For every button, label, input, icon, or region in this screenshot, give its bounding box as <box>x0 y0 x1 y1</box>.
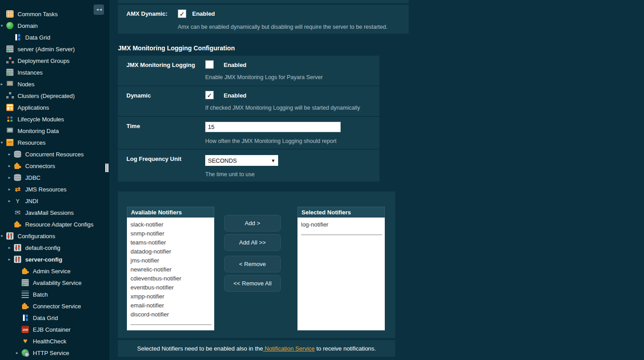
remove-button[interactable]: < Remove <box>224 256 281 272</box>
notifier-option-cdieventbus-notifier[interactable]: cdieventbus-notifier <box>127 274 214 283</box>
batch-icon <box>22 291 29 298</box>
collapse-arrow-icon[interactable]: ▼ <box>0 24 6 28</box>
sidebar-item-applications[interactable]: Applications <box>0 102 109 113</box>
sidebar-item-label: Lifecycle Modules <box>18 116 64 123</box>
sidebar-item-connectors[interactable]: ►Connectors <box>0 160 109 172</box>
sidebar-item-label: HealthCheck <box>33 338 66 345</box>
notifier-option-teams-notifier[interactable]: teams-notifier <box>127 238 214 247</box>
sidebar-item-concurrent-resources[interactable]: ►Concurrent Resources <box>0 148 109 160</box>
available-notifiers-title: Avaliable Notifiers <box>127 207 214 218</box>
add-all-button[interactable]: Add All >> <box>224 234 281 251</box>
footer-note-text-end: to receive notifications. <box>315 345 376 352</box>
sidebar-collapse-button[interactable]: ◄◄ <box>94 4 104 15</box>
sidebar-item-nodes[interactable]: ►Nodes <box>0 78 109 90</box>
sidebar-item-data-grid[interactable]: Data Grid <box>0 312 109 324</box>
config-icon <box>14 244 21 251</box>
expand-arrow-icon[interactable]: ► <box>0 82 6 86</box>
sidebar-item-label: server (Admin Server) <box>18 46 75 53</box>
sidebar-item-jms-resources[interactable]: ►⇄JMS Resources <box>0 183 109 195</box>
available-notifiers-list[interactable]: slack-notifiersnmp-notifierteams-notifie… <box>127 218 214 330</box>
sidebar-item-label: Instances <box>18 69 43 76</box>
applications-icon <box>6 104 14 111</box>
add-button[interactable]: Add > <box>224 215 281 231</box>
notifier-option-discord-notifier[interactable]: discord-notifier <box>127 310 214 319</box>
sidebar-item-healthcheck[interactable]: ♥HealthCheck <box>0 335 109 347</box>
navigation-sidebar: Common Tasks▼DomainData Gridserver (Admi… <box>0 0 109 360</box>
sidebar-scrollbar-thumb[interactable] <box>105 164 108 172</box>
jmx-monitoring-logging-checkbox[interactable] <box>205 60 214 69</box>
sidebar-item-label: Connectors <box>25 163 55 169</box>
expand-arrow-icon[interactable]: ► <box>15 351 21 355</box>
form-row-time: TimeHow often the JMX Monitoring Logging… <box>118 117 379 149</box>
sidebar-item-javamail-sessions[interactable]: ✉JavaMail Sessions <box>0 207 109 218</box>
notifier-option-jms-notifier[interactable]: jms-notifier <box>127 256 214 265</box>
sidebar-item-data-grid[interactable]: Data Grid <box>0 31 109 43</box>
collapse-arrow-icon[interactable]: ▼ <box>0 234 6 238</box>
sidebar-item-connector-service[interactable]: Connector Service <box>0 300 109 312</box>
notifier-option-email-notifier[interactable]: email-notifier <box>127 301 214 310</box>
sidebar-item-instances[interactable]: Instances <box>0 67 109 78</box>
sidebar-item-domain[interactable]: ▼Domain <box>0 20 109 31</box>
sidebar-item-label: JMS Resources <box>25 186 67 193</box>
lifecycle-modules-icon <box>6 116 14 123</box>
sidebar-item-batch[interactable]: Batch <box>0 289 109 300</box>
sidebar-item-server-config[interactable]: ►server-config <box>0 253 109 265</box>
sidebar-item-http-service[interactable]: ►HTTP Service <box>0 347 109 359</box>
remove-all-button[interactable]: << Remove All <box>224 275 281 292</box>
notifier-option-xmpp-notifier[interactable]: xmpp-notifier <box>127 292 214 301</box>
sidebar-item-resources[interactable]: ▼Resources <box>0 137 109 148</box>
sidebar-item-label: Availability Service <box>33 280 81 286</box>
expand-arrow-icon[interactable]: ► <box>8 199 14 203</box>
ejb-container-icon <box>22 326 29 333</box>
selected-notifiers-list[interactable]: log-notifier <box>297 218 385 330</box>
dropdown-arrow-icon: ▼ <box>271 158 275 163</box>
collapse-arrow-icon[interactable]: ▼ <box>0 141 6 145</box>
sidebar-item-server-admin-server[interactable]: server (Admin Server) <box>0 43 109 55</box>
expand-arrow-icon[interactable]: ► <box>8 246 14 250</box>
notification-service-link[interactable]: Notification Service <box>263 345 315 352</box>
expand-arrow-icon[interactable]: ► <box>8 176 14 180</box>
sidebar-item-label: default-config <box>25 244 60 251</box>
jms-resources-icon: ⇄ <box>14 186 21 193</box>
sidebar-item-default-config[interactable]: ►default-config <box>0 242 109 253</box>
log-frequency-unit-select[interactable]: SECONDS▼ <box>205 155 278 166</box>
expand-arrow-icon[interactable]: ► <box>8 164 14 168</box>
notifier-option-eventbus-notifier[interactable]: eventbus-notifier <box>127 283 214 292</box>
expand-arrow-icon[interactable]: ► <box>8 187 14 191</box>
notifier-option-snmp-notifier[interactable]: snmp-notifier <box>127 229 214 238</box>
field-description: The time unit to use <box>205 171 255 178</box>
sidebar-item-configurations[interactable]: ▼Configurations <box>0 230 109 242</box>
sidebar-item-jdbc[interactable]: ►JDBC <box>0 172 109 183</box>
time-input[interactable] <box>205 122 341 132</box>
amx-dynamic-description: Amx can be enabled dynamically but disab… <box>178 24 387 30</box>
sidebar-item-ejb-container[interactable]: EJB Container <box>0 324 109 335</box>
amx-dynamic-checkbox[interactable] <box>178 9 186 18</box>
sidebar-item-label: HTTP Service <box>33 350 69 356</box>
enabled-label: Enabled <box>224 62 247 68</box>
notifier-option-datadog-notifier[interactable]: datadog-notifier <box>127 247 214 256</box>
sidebar-item-label: Data Grid <box>33 315 58 321</box>
expand-arrow-icon[interactable]: ► <box>8 152 14 156</box>
sidebar-item-resource-adapter-configs[interactable]: Resource Adapter Configs <box>0 218 109 230</box>
expand-arrow-icon[interactable]: ► <box>8 258 14 262</box>
notifier-option-newrelic-notifier[interactable]: newrelic-notifier <box>127 265 214 274</box>
sidebar-item-lifecycle-modules[interactable]: Lifecycle Modules <box>0 113 109 125</box>
sidebar-item-label: Resource Adapter Configs <box>25 221 94 228</box>
configurations-icon <box>6 232 14 240</box>
sidebar-item-monitoring-data[interactable]: Monitoring Data <box>0 125 109 137</box>
notifier-option-log-notifier[interactable]: log-notifier <box>297 220 385 229</box>
sidebar-item-common-tasks[interactable]: Common Tasks <box>0 8 109 20</box>
sidebar-item-availability-service[interactable]: Availability Service <box>0 277 109 289</box>
notifier-option-slack-notifier[interactable]: slack-notifier <box>127 220 214 229</box>
sidebar-item-admin-service[interactable]: Admin Service <box>0 265 109 277</box>
form-row-jmx-monitoring-logging: JMX Monitoring LoggingEnabledEnable JMX … <box>118 56 379 85</box>
server-icon <box>6 45 14 53</box>
field-label: Dynamic <box>126 92 151 99</box>
amx-dynamic-label: AMX Dynamic: <box>126 10 167 17</box>
sidebar-item-clusters-deprecated[interactable]: Clusters (Deprecated) <box>0 90 109 102</box>
sidebar-item-label: server-config <box>25 256 62 263</box>
deployment-groups-icon <box>6 57 14 64</box>
sidebar-item-jndi[interactable]: ►YJNDI <box>0 195 109 207</box>
sidebar-item-deployment-groups[interactable]: Deployment Groups <box>0 55 109 67</box>
dynamic-checkbox[interactable] <box>205 91 214 99</box>
